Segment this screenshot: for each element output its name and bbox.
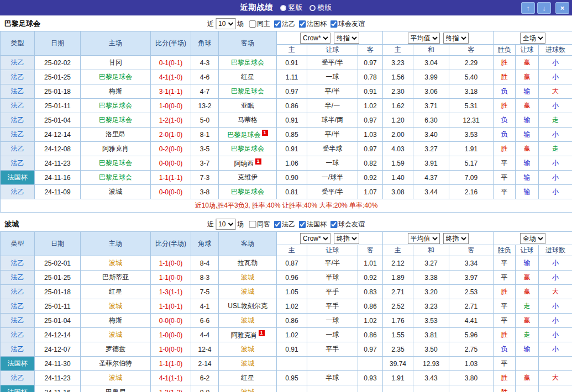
home-team-name[interactable]: 波城 [109,302,122,310]
move-up-button[interactable]: ↑ [521,2,535,14]
average-select[interactable]: 平均值 [408,33,440,44]
filter-checkbox[interactable]: 球会友谊 [330,19,365,29]
bookmaker-select[interactable]: Crow* [300,33,330,44]
home-team-name[interactable]: 巴黎足球会 [99,73,132,81]
home-team-name[interactable]: 巴黎足球会 [99,116,132,124]
home-team-name[interactable]: 圣菲尔伯特 [99,359,132,367]
final-odds-select-2[interactable]: 终指 [443,33,469,44]
home-team-name[interactable]: 巴黎足球会 [99,173,132,181]
away-team-name[interactable]: 巴黎足球会 [231,59,264,66]
home-team-name[interactable]: 巴斯蒂亚 [102,273,129,281]
home-team-name[interactable]: 红星 [109,288,122,295]
home-team-name[interactable]: 巴黎足球会 [99,102,132,109]
away-team-name[interactable]: 亚眠 [241,102,254,109]
score-cell[interactable]: 1-3(1-1) [151,285,191,299]
home-team-name[interactable]: 巴黎足球会 [99,159,132,167]
away-team-name[interactable]: 拉瓦勒 [238,259,258,267]
avg-home-cell: 1.20 [383,113,413,128]
score-cell[interactable]: 1-1(1-1) [151,171,191,185]
home-team-name[interactable]: 巴奥尼 [106,388,125,392]
score-cell[interactable]: 0-2(0-0) [151,142,191,156]
away-team-name[interactable]: 波城 [241,288,254,295]
home-team-cell: 波城 [81,328,151,342]
score-cell[interactable]: 4-1(1-1) [151,371,191,385]
home-team-name[interactable]: 梅斯 [109,87,122,95]
close-button[interactable]: × [555,2,569,14]
score-cell[interactable]: 1-1(0-0) [151,256,191,271]
filter-checkbox[interactable]: 法乙 [274,220,295,229]
checkbox-input[interactable] [330,20,337,28]
away-team-name[interactable]: 巴黎足球会 [231,188,264,195]
away-team-name[interactable]: 波城 [241,345,254,353]
score-cell[interactable]: 1-0(0-0) [151,342,191,357]
home-team-name[interactable]: 阿雅克肖 [102,145,129,152]
away-team-name[interactable]: 波城 [241,273,254,281]
final-odds-select-2[interactable]: 终指 [443,233,469,244]
radio-vertical[interactable]: 竖版 [280,3,303,13]
checkbox-input[interactable] [298,20,306,28]
avg-away-cell: 3.97 [449,271,494,285]
score-cell[interactable]: 3-1(1-1) [151,84,191,99]
score-cell[interactable]: 1-0(0-0) [151,328,191,342]
filter-checkbox[interactable]: 法国杯 [298,220,327,229]
away-team-name[interactable]: 巴黎足球会 [228,131,261,139]
home-team-cell: 罗德兹 [81,342,151,357]
summary-row: 近10场,胜4平3负3, 胜率:40% 让胜率:40% 大率:20% 单率:40… [1,199,572,213]
away-team-name[interactable]: 阿纳西 [234,160,254,167]
score-cell[interactable]: 2-0(1-0) [151,128,191,142]
radio-horizontal[interactable]: 横版 [309,3,332,13]
checkbox-input[interactable] [298,221,306,228]
score-cell[interactable]: 0-0(0-0) [151,156,191,171]
checkbox-input[interactable] [249,221,256,228]
away-team-name[interactable]: 红星 [241,374,254,382]
score-cell[interactable]: 1-2(1-0) [151,113,191,128]
score-cell[interactable]: 4-1(1-0) [151,70,191,84]
score-cell[interactable]: 1-1(1-0) [151,357,191,371]
home-team-name[interactable]: 洛里昂 [106,130,125,138]
final-odds-select-1[interactable]: 终指 [334,233,359,244]
score-cell[interactable]: 0-0(0-0) [151,314,191,328]
home-team-name[interactable]: 甘冈 [109,59,122,66]
away-team-name[interactable]: 克维伊 [238,173,258,181]
home-team-name[interactable]: 波城 [109,331,122,338]
checkbox-input[interactable] [274,221,281,228]
score-cell[interactable]: 0-0(0-0) [151,185,191,199]
away-team-name[interactable]: 红星 [241,73,254,81]
games-count-select[interactable]: 10 [216,219,235,230]
filter-checkbox[interactable]: 同客 [249,220,270,229]
away-team-name[interactable]: 巴黎足球会 [231,145,264,152]
away-team-name[interactable]: 马蒂格 [238,116,258,124]
home-team-name[interactable]: 罗德兹 [106,345,125,353]
odds-handicap-cell: 球半/两 [307,113,358,128]
checkbox-input[interactable] [249,20,256,28]
filter-checkbox[interactable]: 法乙 [274,19,295,29]
score-cell[interactable]: 1-3(1-2) [151,385,191,392]
home-team-name[interactable]: 波城 [109,188,122,195]
away-team-name[interactable]: 波城 [241,359,254,367]
score-cell[interactable]: 0-1(0-1) [151,56,191,70]
checkbox-input[interactable] [274,20,281,28]
average-select[interactable]: 平均值 [408,233,440,244]
away-team-name[interactable]: 波城 [241,316,254,324]
filter-checkbox[interactable]: 同主 [249,19,270,29]
away-team-name[interactable]: 阿雅克肖 [231,331,258,339]
home-team-name[interactable]: 波城 [109,259,122,267]
final-odds-select-1[interactable]: 终指 [334,33,359,44]
away-team-name[interactable]: USL敦刻尔克 [228,302,267,310]
away-team-name[interactable]: 巴黎足球会 [231,87,264,95]
filter-checkbox[interactable]: 球会友谊 [330,220,365,229]
checkbox-input[interactable] [330,221,337,228]
home-team-name[interactable]: 波城 [109,374,122,382]
score-cell[interactable]: 1-1(0-0) [151,271,191,285]
away-team-name[interactable]: 波城 [241,388,254,392]
score-cell[interactable]: 1-1(0-1) [151,299,191,314]
full-match-select[interactable]: 全场 [520,233,545,244]
score-cell[interactable]: 1-0(0-0) [151,99,191,113]
games-count-select[interactable]: 10 [216,18,235,29]
move-down-button[interactable]: ↓ [537,2,551,14]
home-team-name[interactable]: 梅斯 [109,316,122,324]
bookmaker-select[interactable]: Crow* [300,233,330,244]
column-header-date: 日期 [35,31,81,56]
filter-checkbox[interactable]: 法国杯 [298,19,327,29]
full-match-select[interactable]: 全场 [520,33,545,44]
